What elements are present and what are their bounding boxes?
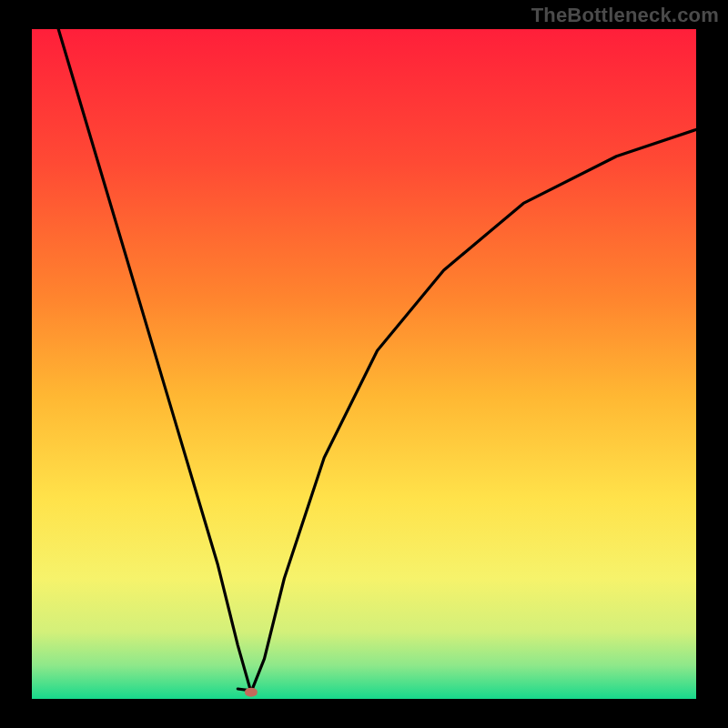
chart-svg [0,0,728,728]
plot-area [32,29,696,699]
min-marker [245,688,258,697]
chart-stage: TheBottleneck.com [0,0,728,728]
